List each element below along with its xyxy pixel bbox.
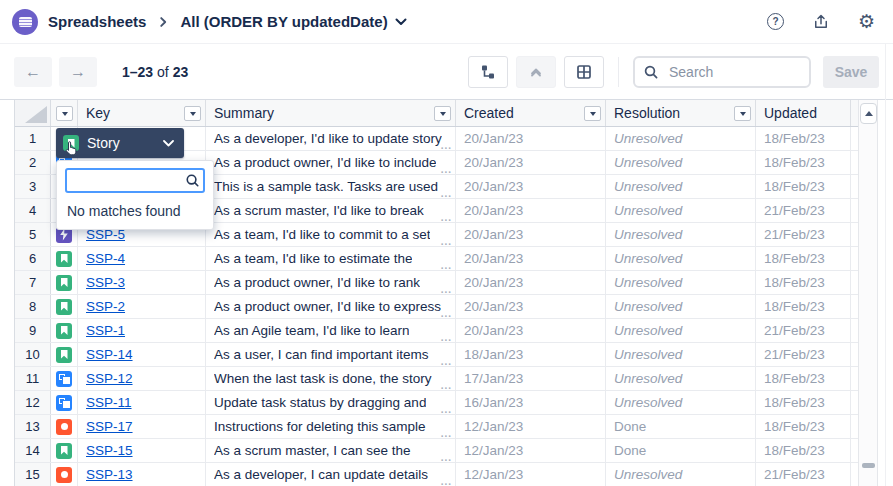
filter-button[interactable] <box>56 106 73 121</box>
resolution-cell[interactable]: Unresolved <box>606 295 756 318</box>
issue-key-link[interactable]: SSP-1 <box>86 323 125 338</box>
row-number[interactable]: 13 <box>15 415 51 438</box>
filter-button[interactable] <box>434 106 451 121</box>
created-cell[interactable]: 20/Jan/23 <box>456 199 606 222</box>
column-header-created[interactable]: Created <box>456 100 606 126</box>
resolution-cell[interactable]: Unresolved <box>606 463 756 486</box>
breadcrumb-app[interactable]: Spreadsheets <box>48 13 146 30</box>
issue-key-link[interactable]: SSP-15 <box>86 443 133 458</box>
filter-button[interactable] <box>584 106 601 121</box>
type-cell[interactable] <box>51 391 78 414</box>
issue-key-link[interactable]: SSP-2 <box>86 299 125 314</box>
key-cell[interactable]: SSP-4 <box>78 247 206 270</box>
updated-cell[interactable]: 21/Feb/23 <box>756 343 851 366</box>
updated-cell[interactable]: 18/Feb/23 <box>756 367 851 390</box>
created-cell[interactable]: 20/Jan/23 <box>456 295 606 318</box>
scrollbar-thumb[interactable] <box>862 463 875 468</box>
summary-cell[interactable]: As an Agile team, I'd like to learn... <box>206 319 456 342</box>
row-number[interactable]: 2 <box>15 151 51 174</box>
scroll-up-button[interactable] <box>860 103 877 124</box>
updated-cell[interactable]: 18/Feb/23 <box>756 127 851 150</box>
row-number[interactable]: 7 <box>15 271 51 294</box>
row-number[interactable]: 4 <box>15 199 51 222</box>
filter-button[interactable] <box>184 106 201 121</box>
summary-cell[interactable]: As a scrum master, I can see the... <box>206 439 456 462</box>
summary-cell[interactable]: As a developer, I can update details... <box>206 463 456 486</box>
created-cell[interactable]: 20/Jan/23 <box>456 271 606 294</box>
updated-cell[interactable]: 18/Feb/23 <box>756 271 851 294</box>
created-cell[interactable]: 12/Jan/23 <box>456 439 606 462</box>
view-selector[interactable]: All (ORDER BY updatedDate) <box>180 13 406 30</box>
created-cell[interactable]: 20/Jan/23 <box>456 247 606 270</box>
resolution-cell[interactable]: Unresolved <box>606 247 756 270</box>
key-cell[interactable]: SSP-12 <box>78 367 206 390</box>
row-number[interactable]: 11 <box>15 367 51 390</box>
row-number[interactable]: 9 <box>15 319 51 342</box>
summary-cell[interactable]: As a product owner, I'd like to include.… <box>206 151 456 174</box>
summary-cell[interactable]: As a product owner, I'd like to express.… <box>206 295 456 318</box>
updated-cell[interactable]: 21/Feb/23 <box>756 223 851 246</box>
search-input[interactable] <box>633 56 811 88</box>
type-cell[interactable] <box>51 247 78 270</box>
key-cell[interactable]: SSP-2 <box>78 295 206 318</box>
type-search-input[interactable] <box>65 168 205 193</box>
issue-key-link[interactable]: SSP-11 <box>86 395 132 410</box>
updated-cell[interactable]: 18/Feb/23 <box>756 151 851 174</box>
key-cell[interactable]: SSP-3 <box>78 271 206 294</box>
created-cell[interactable]: 17/Jan/23 <box>456 367 606 390</box>
row-number[interactable]: 1 <box>15 127 51 150</box>
summary-cell[interactable]: Instructions for deleting this sample... <box>206 415 456 438</box>
key-cell[interactable]: SSP-13 <box>78 463 206 486</box>
key-cell[interactable]: SSP-14 <box>78 343 206 366</box>
updated-cell[interactable]: 21/Feb/23 <box>756 463 851 486</box>
resolution-cell[interactable]: Unresolved <box>606 367 756 390</box>
row-number[interactable]: 6 <box>15 247 51 270</box>
resolution-cell[interactable]: Unresolved <box>606 271 756 294</box>
issue-key-link[interactable]: SSP-17 <box>86 419 133 434</box>
summary-cell[interactable]: As a team, I'd like to estimate the... <box>206 247 456 270</box>
resolution-cell[interactable]: Done <box>606 439 756 462</box>
type-cell[interactable] <box>51 343 78 366</box>
row-number[interactable]: 3 <box>15 175 51 198</box>
resolution-cell[interactable]: Unresolved <box>606 319 756 342</box>
summary-cell[interactable]: As a user, I can find important items... <box>206 343 456 366</box>
resolution-cell[interactable]: Unresolved <box>606 175 756 198</box>
select-all-corner[interactable] <box>15 100 51 126</box>
summary-cell[interactable]: This is a sample task. Tasks are used... <box>206 175 456 198</box>
issue-key-link[interactable]: SSP-14 <box>86 347 133 362</box>
type-cell[interactable] <box>51 295 78 318</box>
column-header-summary[interactable]: Summary <box>206 100 456 126</box>
issue-key-link[interactable]: SSP-4 <box>86 251 125 266</box>
summary-cell[interactable]: Update task status by dragging and... <box>206 391 456 414</box>
resolution-cell[interactable]: Unresolved <box>606 199 756 222</box>
type-cell[interactable] <box>51 367 78 390</box>
forward-button[interactable]: → <box>59 57 97 87</box>
column-header-updated[interactable]: Updated <box>756 100 851 126</box>
resolution-cell[interactable]: Done <box>606 415 756 438</box>
created-cell[interactable]: 20/Jan/23 <box>456 151 606 174</box>
column-header-key[interactable]: Key <box>78 100 206 126</box>
row-number[interactable]: 12 <box>15 391 51 414</box>
summary-cell[interactable]: As a team, I'd like to commit to a set..… <box>206 223 456 246</box>
updated-cell[interactable]: 18/Feb/23 <box>756 175 851 198</box>
key-cell[interactable]: SSP-1 <box>78 319 206 342</box>
created-cell[interactable]: 12/Jan/23 <box>456 415 606 438</box>
row-number[interactable]: 14 <box>15 439 51 462</box>
type-cell[interactable] <box>51 463 78 486</box>
type-cell[interactable] <box>51 439 78 462</box>
summary-cell[interactable]: As a product owner, I'd like to rank... <box>206 271 456 294</box>
help-icon[interactable]: ? <box>767 13 784 30</box>
created-cell[interactable]: 12/Jan/23 <box>456 463 606 486</box>
vertical-scrollbar[interactable] <box>858 100 878 486</box>
type-cell[interactable] <box>51 415 78 438</box>
issue-key-link[interactable]: SSP-13 <box>86 467 133 482</box>
row-number[interactable]: 5 <box>15 223 51 246</box>
row-number[interactable]: 15 <box>15 463 51 486</box>
updated-cell[interactable]: 18/Feb/23 <box>756 247 851 270</box>
created-cell[interactable]: 20/Jan/23 <box>456 127 606 150</box>
row-number[interactable]: 8 <box>15 295 51 318</box>
save-button[interactable]: Save <box>823 56 879 88</box>
summary-cell[interactable]: When the last task is done, the story... <box>206 367 456 390</box>
created-cell[interactable]: 16/Jan/23 <box>456 391 606 414</box>
created-cell[interactable]: 20/Jan/23 <box>456 175 606 198</box>
